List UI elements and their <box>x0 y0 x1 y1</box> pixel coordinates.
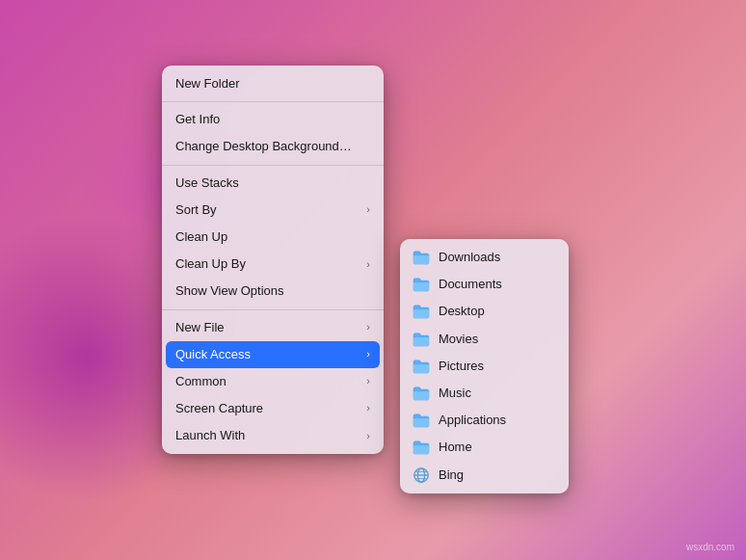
chevron-icon: › <box>366 257 370 272</box>
menu-divider-2 <box>162 165 384 166</box>
submenu-item-applications[interactable]: Applications <box>400 407 569 434</box>
menu-divider-3 <box>162 309 384 310</box>
submenu-item-downloads[interactable]: Downloads <box>400 244 569 271</box>
folder-icon <box>412 277 431 292</box>
submenu-item-pictures[interactable]: Pictures <box>400 353 569 380</box>
menu-item-clean-up-by[interactable]: Clean Up By › <box>162 251 384 278</box>
menu-item-label: Change Desktop Background… <box>175 138 352 155</box>
folder-icon <box>412 332 431 347</box>
submenu-item-home[interactable]: Home <box>400 434 569 461</box>
menu-item-label: Sort By <box>175 201 217 219</box>
menu-item-label: Get Info <box>175 111 220 128</box>
menu-item-quick-access[interactable]: Quick Access › <box>166 341 380 368</box>
menu-item-sort-by[interactable]: Sort By › <box>162 197 384 224</box>
submenu-item-label: Applications <box>439 412 506 429</box>
menu-item-label: Common <box>175 373 226 390</box>
menu-item-label: New Folder <box>175 75 239 93</box>
submenu-item-music[interactable]: Music <box>400 380 569 407</box>
menu-item-label: Show View Options <box>175 282 284 300</box>
submenu-item-label: Desktop <box>439 303 485 320</box>
menu-item-screen-capture[interactable]: Screen Capture › <box>162 395 384 422</box>
chevron-icon: › <box>366 202 370 217</box>
menu-item-launch-with[interactable]: Launch With › <box>162 422 384 449</box>
folder-icon <box>412 304 431 319</box>
folder-icon <box>412 386 431 401</box>
chevron-icon: › <box>366 374 370 388</box>
submenu-item-label: Pictures <box>439 358 484 375</box>
submenu-item-label: Home <box>439 439 472 456</box>
menu-item-clean-up[interactable]: Clean Up <box>162 224 384 251</box>
menu-item-label: Use Stacks <box>175 174 239 192</box>
folder-icon <box>412 413 431 428</box>
submenu-item-label: Movies <box>439 331 478 348</box>
submenu-item-desktop[interactable]: Desktop <box>400 298 569 325</box>
chevron-icon: › <box>366 429 370 443</box>
menu-item-common[interactable]: Common › <box>162 368 384 395</box>
quick-access-submenu: Downloads Documents Desktop Movies <box>400 239 569 493</box>
menu-item-show-view-options[interactable]: Show View Options <box>162 278 384 305</box>
menu-item-label: Screen Capture <box>175 400 263 417</box>
submenu-item-movies[interactable]: Movies <box>400 326 569 353</box>
menu-item-label: Clean Up <box>175 228 227 246</box>
menu-divider-1 <box>162 101 384 102</box>
submenu-item-bing[interactable]: Bing <box>400 462 569 489</box>
submenu-item-label: Bing <box>439 467 464 484</box>
watermark: wsxdn.com <box>686 542 734 552</box>
folder-icon <box>412 440 431 455</box>
menu-item-new-file[interactable]: New File › <box>162 314 384 341</box>
submenu-item-label: Downloads <box>439 249 500 266</box>
submenu-item-label: Music <box>439 385 471 402</box>
context-menu: New Folder Get Info Change Desktop Backg… <box>162 66 384 454</box>
menu-item-new-folder[interactable]: New Folder <box>162 70 384 97</box>
folder-icon <box>412 250 431 265</box>
menu-item-label: Launch With <box>175 427 245 444</box>
menu-item-label: New File <box>175 319 225 336</box>
menu-item-label: Quick Access <box>175 346 251 363</box>
submenu-item-label: Documents <box>439 276 502 293</box>
folder-icon <box>412 359 431 374</box>
menu-item-change-bg[interactable]: Change Desktop Background… <box>162 133 384 160</box>
menu-item-label: Clean Up By <box>175 255 246 273</box>
submenu-item-documents[interactable]: Documents <box>400 271 569 298</box>
chevron-icon: › <box>366 320 370 334</box>
chevron-icon: › <box>366 347 370 361</box>
menu-item-use-stacks[interactable]: Use Stacks <box>162 170 384 197</box>
menu-item-get-info[interactable]: Get Info <box>162 106 384 133</box>
chevron-icon: › <box>366 401 370 415</box>
globe-icon <box>412 467 431 483</box>
